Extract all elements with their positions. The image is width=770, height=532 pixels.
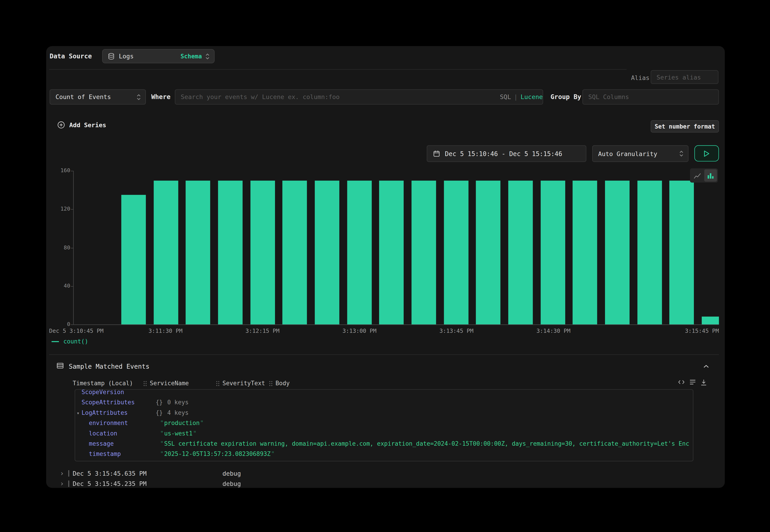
y-tick-mark xyxy=(71,324,73,325)
granularity-select[interactable]: Auto Granularity xyxy=(592,145,688,162)
quote-mark: " xyxy=(200,420,204,426)
y-tick-label: 160 xyxy=(49,167,70,174)
aggregation-value: Count of Events xyxy=(55,93,111,101)
json-value: "us-west1" xyxy=(159,428,690,439)
chart-bar[interactable] xyxy=(637,180,662,324)
caret-down-icon[interactable]: ▾ xyxy=(77,408,80,418)
chart-bar[interactable] xyxy=(121,195,146,325)
where-label: Where xyxy=(151,93,170,101)
column-header-body[interactable]: Body xyxy=(269,380,290,387)
search-input[interactable] xyxy=(175,89,543,104)
quote-mark: " xyxy=(193,430,197,437)
chart-bar[interactable] xyxy=(282,180,307,324)
column-header-servicename[interactable]: ServiceName xyxy=(143,380,189,387)
lucene-toggle[interactable]: Lucene xyxy=(521,93,543,101)
severity-bar xyxy=(68,470,69,477)
calendar-icon xyxy=(433,150,440,157)
quote-mark: " xyxy=(160,430,164,437)
braces-icon: {} xyxy=(156,399,163,406)
add-series-label: Add Series xyxy=(69,121,106,129)
table-icon xyxy=(56,362,64,369)
chart-bar[interactable] xyxy=(573,180,597,324)
json-row[interactable]: ▾LogAttributes{} 4 keys xyxy=(75,408,693,418)
events-toolbar xyxy=(678,379,707,386)
chevron-right-icon[interactable]: › xyxy=(60,479,64,488)
chart-bar[interactable] xyxy=(347,180,371,324)
schema-link[interactable]: Schema xyxy=(180,53,202,60)
rows-icon[interactable] xyxy=(689,379,696,386)
chevron-right-icon[interactable]: › xyxy=(60,468,64,478)
json-meta: {} 0 keys xyxy=(156,398,189,408)
set-number-format-button[interactable]: Set number format xyxy=(651,120,719,132)
chart-bar[interactable] xyxy=(444,180,469,324)
events-columns: Timestamp (Local)ServiceNameSeverityText… xyxy=(46,380,725,389)
chevron-up-icon[interactable] xyxy=(703,365,709,368)
group-by-label: Group By xyxy=(551,93,581,101)
code-icon[interactable] xyxy=(678,379,685,386)
json-row[interactable]: timestamp"2025-12-05T13:57:23.082306893Z… xyxy=(75,449,693,459)
events-section-title: Sample Matched Events xyxy=(69,363,149,370)
chart-bar[interactable] xyxy=(379,180,404,324)
data-source-select[interactable]: Logs Schema xyxy=(102,49,214,63)
json-row[interactable]: ScopeVersion xyxy=(75,389,693,398)
y-tick-mark xyxy=(71,286,73,286)
event-row[interactable]: ›Dec 5 3:15:45.635 PMdebug xyxy=(46,468,725,478)
chart-bar[interactable] xyxy=(315,180,339,324)
drag-handle-icon[interactable] xyxy=(269,381,272,386)
time-range-picker[interactable]: Dec 5 15:10:46 - Dec 5 15:15:46 xyxy=(427,145,586,162)
column-header-severitytext[interactable]: SeverityText xyxy=(216,380,265,387)
bar-chart-icon[interactable] xyxy=(704,169,717,181)
granularity-value: Auto Granularity xyxy=(598,150,657,157)
event-row[interactable]: ›Dec 5 3:15:45.235 PMdebug xyxy=(46,479,725,488)
y-tick-mark xyxy=(71,171,73,171)
y-tick-mark xyxy=(71,209,73,210)
aggregation-select[interactable]: Count of Events xyxy=(50,89,146,104)
query-language-toggle[interactable]: SQL|Lucene xyxy=(500,93,543,101)
legend-label: count() xyxy=(63,338,88,345)
sql-toggle[interactable]: SQL xyxy=(500,93,511,101)
chart-bar[interactable] xyxy=(186,180,210,324)
data-source-value: Logs xyxy=(119,52,134,60)
divider xyxy=(49,354,719,355)
line-chart-icon[interactable] xyxy=(691,169,704,181)
chart-type-toggle xyxy=(690,168,718,183)
json-value: "production" xyxy=(159,418,690,428)
chart-bar[interactable] xyxy=(702,317,719,324)
drag-handle-icon[interactable] xyxy=(143,381,147,386)
toggle-divider: | xyxy=(514,93,518,101)
drag-handle-icon[interactable] xyxy=(216,381,219,386)
json-row[interactable]: message"SSL certificate expiration warni… xyxy=(75,439,693,449)
x-tick-label: 3:13:45 PM xyxy=(440,327,474,334)
chart-bar[interactable] xyxy=(218,180,242,324)
json-value: "2025-12-05T13:57:23.082306893Z" xyxy=(159,449,690,459)
chart-bar[interactable] xyxy=(154,180,178,324)
json-row[interactable]: location"us-west1" xyxy=(75,428,693,439)
run-query-button[interactable] xyxy=(694,145,719,162)
json-key: message xyxy=(89,439,114,449)
event-timestamp: Dec 5 3:15:45.635 PM xyxy=(73,468,147,478)
chart-bar[interactable] xyxy=(250,180,275,324)
add-series-button[interactable]: Add Series xyxy=(57,121,106,129)
group-by-input[interactable] xyxy=(583,89,719,104)
event-rows: ›Dec 5 3:15:45.635 PMdebug›Dec 5 3:15:45… xyxy=(46,468,725,488)
event-severity: debug xyxy=(222,468,241,478)
select-chevrons-icon xyxy=(679,150,683,157)
quote-mark: " xyxy=(160,451,164,457)
chart-bar[interactable] xyxy=(605,180,630,324)
json-row[interactable]: ScopeAttributes{} 0 keys xyxy=(75,398,693,408)
x-tick-label: 3:12:15 PM xyxy=(245,327,279,334)
alias-input[interactable] xyxy=(651,70,718,84)
json-key: location xyxy=(89,428,117,439)
json-row[interactable]: environment"production" xyxy=(75,418,693,428)
column-header-timestamp-local-[interactable]: Timestamp (Local) xyxy=(73,380,133,387)
download-icon[interactable] xyxy=(700,379,707,386)
chart-bar[interactable] xyxy=(508,180,533,324)
chart-bar[interactable] xyxy=(476,180,501,324)
chart-bar[interactable] xyxy=(670,180,694,324)
column-label: ServiceName xyxy=(150,380,189,387)
severity-bar xyxy=(68,480,69,487)
screen: Data Source Logs Schema Alias Count of E… xyxy=(0,0,770,532)
chart-bar[interactable] xyxy=(412,180,436,324)
chart-bar[interactable] xyxy=(541,180,565,324)
y-tick-mark xyxy=(71,248,73,248)
